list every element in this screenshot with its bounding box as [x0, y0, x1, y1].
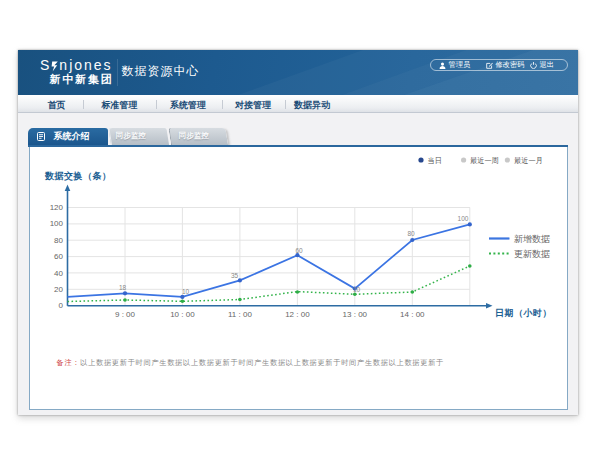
svg-text:60: 60 [54, 252, 63, 261]
svg-text:10 : 00: 10 : 00 [170, 310, 195, 319]
svg-text:最近一周: 最近一周 [470, 156, 499, 165]
svg-text:9 : 00: 9 : 00 [115, 310, 136, 319]
svg-text:0: 0 [59, 301, 64, 310]
svg-text:新增数据: 新增数据 [514, 234, 550, 244]
svg-text:更新数据: 更新数据 [514, 249, 550, 259]
svg-text:18: 18 [119, 284, 127, 291]
svg-text:80: 80 [54, 236, 63, 245]
svg-text:10: 10 [353, 286, 361, 293]
svg-text:最近一月: 最近一月 [514, 156, 543, 165]
svg-text:120: 120 [50, 203, 64, 212]
svg-text:12 : 00: 12 : 00 [285, 310, 310, 319]
svg-text:14 : 00: 14 : 00 [400, 310, 425, 319]
svg-text:10: 10 [182, 288, 190, 295]
svg-text:20: 20 [54, 285, 63, 294]
svg-text:日期（小时）: 日期（小时） [495, 308, 552, 318]
svg-text:40: 40 [54, 269, 63, 278]
svg-text:13 : 00: 13 : 00 [343, 310, 368, 319]
svg-text:35: 35 [231, 272, 239, 279]
svg-text:100: 100 [458, 215, 469, 222]
svg-text:11 : 00: 11 : 00 [228, 310, 252, 319]
svg-text:当日: 当日 [428, 156, 442, 165]
svg-text:100: 100 [50, 219, 64, 228]
svg-text:80: 80 [407, 230, 415, 237]
svg-text:数据交换（条）: 数据交换（条） [44, 171, 112, 181]
svg-text:60: 60 [295, 247, 303, 254]
